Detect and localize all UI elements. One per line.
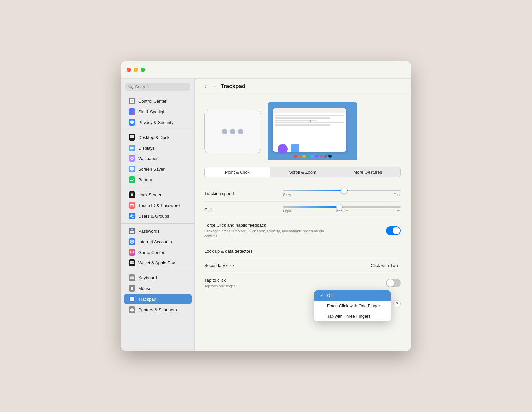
sidebar-item-trackpad[interactable]: Trackpad bbox=[124, 294, 192, 304]
search-input[interactable] bbox=[135, 84, 188, 89]
tab-scroll-zoom[interactable]: Scroll & Zoom bbox=[270, 167, 335, 177]
dropdown-item-off[interactable]: ✓ Off bbox=[314, 290, 391, 301]
screensaver-icon bbox=[129, 166, 135, 172]
main-body: ↗ bbox=[195, 94, 411, 351]
sidebar-item-wallpaper[interactable]: Wallpaper bbox=[124, 154, 192, 163]
slider-track-click[interactable] bbox=[283, 206, 401, 208]
internet-icon bbox=[129, 238, 135, 245]
preview-colors bbox=[294, 154, 332, 158]
tracking-speed-row: Tracking speed Slow Fast bbox=[204, 185, 401, 202]
lookup-dropdown[interactable]: ✓ Off Force Click with One Finger Tap wi… bbox=[314, 290, 391, 321]
sidebar-item-keyboard[interactable]: Keyboard bbox=[124, 273, 192, 283]
desktop-preview: ↗ bbox=[268, 102, 357, 160]
dropdown-item-tap-three[interactable]: Tap with Three Fingers bbox=[314, 311, 391, 321]
preview-square bbox=[291, 144, 299, 152]
svg-rect-8 bbox=[131, 170, 133, 171]
sidebar-item-screen-saver[interactable]: Screen Saver bbox=[124, 164, 192, 174]
help-button[interactable]: ? bbox=[393, 300, 401, 307]
sidebar-item-game-center[interactable]: Game Center bbox=[124, 247, 192, 257]
tab-more-gestures[interactable]: More Gestures bbox=[335, 167, 400, 177]
svg-rect-3 bbox=[132, 101, 134, 103]
click-control[interactable]: Light Medium Firm bbox=[283, 206, 401, 213]
sidebar-item-lock-screen[interactable]: Lock Screen bbox=[124, 190, 192, 200]
lookup-label: Look up & data detectors bbox=[204, 249, 278, 254]
displays-icon bbox=[129, 145, 135, 151]
dropdown-item-force-click[interactable]: Force Click with One Finger bbox=[314, 301, 391, 311]
page-title: Trackpad bbox=[221, 83, 246, 90]
trackpad-dot-2 bbox=[230, 129, 235, 134]
back-button[interactable]: ‹ bbox=[202, 83, 208, 90]
force-click-toggle[interactable] bbox=[386, 226, 401, 235]
secondary-click-label-col: Secondary click bbox=[204, 263, 278, 268]
slider-thumb-click[interactable] bbox=[336, 204, 342, 210]
slider-track-speed[interactable] bbox=[283, 190, 401, 191]
sidebar-item-touch-id[interactable]: Touch ID & Password bbox=[124, 200, 192, 210]
sidebar-item-privacy-security[interactable]: Privacy & Security bbox=[124, 117, 192, 127]
main-header: ‹ › Trackpad bbox=[195, 79, 411, 94]
sidebar-item-battery[interactable]: Battery bbox=[124, 175, 192, 185]
dropdown-force-click-label: Force Click with One Finger bbox=[327, 303, 380, 308]
titlebar bbox=[121, 61, 411, 79]
sidebar-item-internet-accounts[interactable]: Internet Accounts bbox=[124, 237, 192, 247]
main-content: ‹ › Trackpad bbox=[195, 79, 411, 351]
lookup-label-col: Look up & data detectors bbox=[204, 249, 278, 254]
printers-scanners-label: Printers & Scanners bbox=[138, 307, 177, 312]
svg-point-15 bbox=[132, 205, 132, 206]
tap-to-click-toggle[interactable] bbox=[386, 279, 401, 287]
content-area: 🔍 Control Center Siri & Spotlight Privac… bbox=[121, 79, 411, 351]
divider-4 bbox=[121, 270, 194, 270]
sidebar-item-displays[interactable]: Displays bbox=[124, 143, 192, 153]
lock-screen-label: Lock Screen bbox=[138, 192, 162, 197]
traffic-lights bbox=[127, 68, 145, 72]
force-click-toggle-thumb bbox=[393, 227, 400, 234]
divider-3 bbox=[121, 223, 194, 224]
battery-label: Battery bbox=[138, 177, 152, 182]
secondary-click-label: Secondary click bbox=[204, 263, 278, 268]
sidebar-item-wallet-pay[interactable]: Wallet & Apple Pay bbox=[124, 258, 192, 268]
sidebar-item-desktop-dock[interactable]: Desktop & Dock bbox=[124, 132, 192, 142]
tab-point-click[interactable]: Point & Click bbox=[205, 167, 270, 177]
tap-to-click-label: Tap to click bbox=[204, 278, 278, 283]
svg-rect-33 bbox=[131, 278, 133, 279]
search-bar[interactable]: 🔍 bbox=[125, 83, 190, 91]
svg-rect-36 bbox=[130, 297, 134, 301]
forward-button[interactable]: › bbox=[211, 83, 217, 90]
speed-min-label: Slow bbox=[283, 193, 291, 197]
sidebar-item-users-groups[interactable]: Users & Groups bbox=[124, 211, 192, 221]
force-click-sublabel: Click then press firmly for Quick Look, … bbox=[204, 229, 337, 239]
slider-thumb-speed[interactable] bbox=[341, 188, 347, 194]
control-center-label: Control Center bbox=[138, 99, 167, 104]
gamecenter-icon bbox=[129, 249, 135, 256]
tabs-row: Point & Click Scroll & Zoom More Gesture… bbox=[204, 167, 401, 177]
users-icon bbox=[129, 213, 135, 219]
preview-titlebar bbox=[273, 108, 346, 113]
tracking-speed-slider[interactable]: Slow Fast bbox=[283, 190, 401, 197]
secondary-click-value: Click with Two bbox=[371, 263, 398, 268]
tracking-speed-control[interactable]: Slow Fast bbox=[283, 190, 401, 197]
mouse-icon bbox=[129, 285, 135, 292]
svg-rect-30 bbox=[131, 277, 131, 278]
desktop-preview-inner: ↗ bbox=[268, 102, 357, 160]
svg-rect-12 bbox=[131, 194, 133, 196]
speed-max-label: Fast bbox=[394, 193, 401, 197]
privacy-icon bbox=[129, 119, 135, 126]
desktop-label: Desktop & Dock bbox=[138, 135, 169, 140]
close-button[interactable] bbox=[127, 68, 131, 72]
sidebar-item-mouse[interactable]: Mouse bbox=[124, 283, 192, 293]
maximize-button[interactable] bbox=[141, 68, 145, 72]
dropdown-tap-three-label: Tap with Three Fingers bbox=[327, 314, 371, 319]
sidebar-item-printers-scanners[interactable]: Printers & Scanners bbox=[124, 305, 192, 315]
minimize-button[interactable] bbox=[134, 68, 138, 72]
tap-to-click-sublabel: Tap with one finger bbox=[204, 284, 278, 289]
svg-point-16 bbox=[131, 215, 132, 216]
sidebar-item-control-center[interactable]: Control Center bbox=[124, 96, 192, 106]
slider-labels-speed: Slow Fast bbox=[283, 193, 401, 197]
desktop-icon bbox=[129, 134, 135, 141]
sidebar-item-passwords[interactable]: Passwords bbox=[124, 226, 192, 236]
color-dot-5 bbox=[311, 154, 314, 158]
sidebar-item-siri-spotlight[interactable]: Siri & Spotlight bbox=[124, 107, 192, 117]
displays-label: Displays bbox=[138, 146, 155, 151]
click-max-label: Firm bbox=[393, 209, 401, 213]
settings-section: Tracking speed Slow Fast bbox=[204, 185, 401, 293]
click-slider[interactable]: Light Medium Firm bbox=[283, 206, 401, 213]
